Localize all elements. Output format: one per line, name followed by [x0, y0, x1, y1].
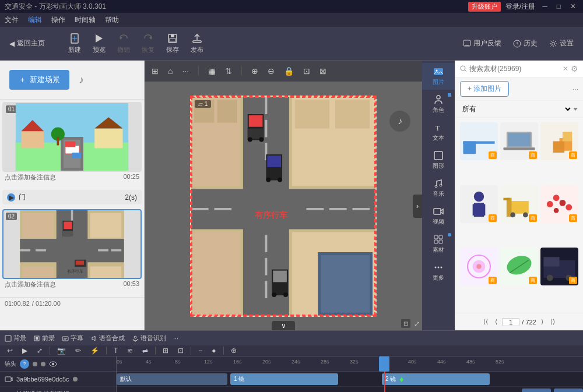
asset-item-8[interactable]: 商: [500, 248, 538, 285]
svg-rect-91: [434, 209, 441, 214]
page-first-button[interactable]: ⟨⟨: [481, 317, 490, 327]
settings-button[interactable]: 设置: [549, 38, 574, 48]
new-button[interactable]: 新建: [68, 33, 81, 54]
bt-more[interactable]: ···: [173, 335, 178, 342]
asset-item-9[interactable]: 商: [540, 248, 578, 285]
canvas-zoom-in-icon[interactable]: ⊕: [249, 65, 261, 77]
canvas-paste-icon[interactable]: ⊠: [317, 65, 329, 77]
back-label: 返回主页: [17, 38, 45, 48]
page-last-button[interactable]: ⟩⟩: [548, 317, 557, 327]
sidebar-item-text[interactable]: T 文本: [422, 119, 455, 146]
clip-default[interactable]: 默认: [117, 373, 227, 385]
bt-tts[interactable]: 语音合成: [90, 334, 125, 342]
asset-item-5[interactable]: 商: [500, 185, 538, 223]
minimize-button[interactable]: ─: [540, 2, 550, 10]
canvas-home-icon[interactable]: ⌂: [166, 65, 175, 77]
page-number-input[interactable]: [502, 318, 519, 326]
back-home-button[interactable]: ◀ 返回主页: [9, 38, 45, 48]
sidebar-item-character[interactable]: 角色: [422, 91, 455, 118]
maximize-button[interactable]: □: [554, 2, 563, 10]
asset-item-3[interactable]: 商: [540, 122, 578, 160]
asset-item-7[interactable]: 商: [460, 248, 498, 285]
canvas-fit-button[interactable]: ⊡: [401, 319, 410, 328]
clip-small-2[interactable]: [522, 389, 551, 392]
redo-button[interactable]: 恢复: [142, 33, 154, 54]
playhead-marker[interactable]: [379, 356, 389, 372]
clip-mirror1[interactable]: 1 镜: [230, 373, 338, 385]
menu-timeline[interactable]: 时间轴: [75, 15, 96, 25]
sidebar-item-shape[interactable]: 图形: [422, 147, 455, 174]
upgrade-button[interactable]: 升级账户: [468, 2, 501, 12]
save-button[interactable]: 保存: [166, 33, 179, 54]
search-filter-icon[interactable]: ⚙: [571, 64, 578, 73]
tl-box-btn[interactable]: ⊡: [175, 345, 186, 356]
canvas-more-icon[interactable]: ···: [180, 65, 191, 77]
canvas-resize-icon[interactable]: ⇅: [223, 65, 234, 77]
asset-item-6[interactable]: 商: [540, 185, 578, 223]
bt-subtitle[interactable]: 字幕: [62, 334, 83, 342]
undo-button[interactable]: 撤销: [117, 33, 130, 54]
tl-play-btn[interactable]: ▶: [20, 345, 30, 356]
tl-camera-btn[interactable]: 📷: [55, 345, 68, 356]
publish-button[interactable]: 发布: [191, 33, 203, 54]
add-image-button[interactable]: + 添加图片: [460, 81, 509, 97]
sidebar-item-material[interactable]: 素材: [422, 231, 455, 257]
tl-undo-btn[interactable]: ↩: [5, 345, 15, 356]
asset-more-icon[interactable]: ···: [573, 85, 578, 93]
canvas-copy-icon[interactable]: ⊡: [301, 65, 312, 77]
bt-background[interactable]: 背景: [5, 334, 26, 342]
svg-rect-113: [480, 204, 486, 216]
tl-plus-btn[interactable]: ⊕: [229, 345, 239, 356]
search-clear-icon[interactable]: ✕: [563, 65, 568, 73]
tl-edit-btn[interactable]: ✏: [73, 345, 83, 356]
menu-help[interactable]: 帮助: [105, 15, 119, 25]
tl-swap-btn[interactable]: ⇌: [140, 345, 150, 356]
feedback-button[interactable]: 用户反馈: [463, 38, 501, 48]
tl-grid-btn[interactable]: ⊞: [160, 345, 171, 356]
search-input[interactable]: [469, 65, 560, 73]
playhead[interactable]: [384, 372, 385, 392]
scene-item-2[interactable]: 02: [0, 207, 144, 292]
clip-small-1[interactable]: [554, 389, 583, 392]
page-prev-button[interactable]: ⟨: [493, 317, 500, 327]
login-button[interactable]: 登录/注册: [505, 2, 535, 12]
tl-minus-btn[interactable]: −: [196, 345, 205, 356]
music-icon[interactable]: ♪: [79, 74, 84, 86]
asset-item-2[interactable]: 商: [500, 122, 538, 160]
menu-edit[interactable]: 编辑: [28, 15, 42, 25]
side-collapse-button[interactable]: ›: [413, 195, 422, 218]
asset-item-1[interactable]: 商: [460, 122, 498, 160]
canvas-bar-icon[interactable]: ▦: [206, 65, 218, 77]
new-scene-button[interactable]: ＋ 新建场景: [9, 70, 69, 90]
bt-foreground[interactable]: 前景: [33, 334, 55, 342]
history-button[interactable]: 历史: [513, 38, 538, 48]
preview-button[interactable]: 预览: [93, 33, 106, 54]
menu-operate[interactable]: 操作: [51, 15, 65, 25]
menu-file[interactable]: 文件: [5, 15, 19, 25]
tl-eye-icon[interactable]: [49, 360, 57, 368]
sidebar-item-video[interactable]: 视频: [422, 203, 455, 229]
close-button[interactable]: ✕: [568, 2, 578, 10]
canvas-expand-icon[interactable]: ⤢: [414, 320, 420, 328]
canvas-lock-icon[interactable]: 🔒: [282, 65, 296, 77]
bottom-collapse-button[interactable]: ∨: [272, 321, 295, 330]
music-button[interactable]: ♪: [389, 111, 410, 132]
asset-item-4[interactable]: 商: [460, 185, 498, 223]
tl-record-btn[interactable]: ●: [209, 345, 218, 356]
scene-item-1[interactable]: 01: [0, 100, 144, 185]
tl-help-icon[interactable]: ?: [20, 359, 29, 369]
sidebar-item-more[interactable]: 更多: [422, 259, 455, 285]
canvas-zoom-out-icon[interactable]: ⊖: [265, 65, 277, 77]
bt-stt[interactable]: 语音识别: [132, 334, 166, 342]
asset-filter-select[interactable]: 所有 商业 免费: [460, 104, 573, 114]
scene-door[interactable]: ▶ 门 2(s): [2, 190, 142, 204]
page-next-button[interactable]: ⟩: [539, 317, 546, 327]
clip-mirror2[interactable]: 2 镜 ♦: [382, 373, 490, 385]
sidebar-item-music[interactable]: 音乐: [422, 175, 455, 202]
tl-text-btn[interactable]: T: [111, 345, 120, 356]
tl-split-btn[interactable]: ⚡: [88, 345, 101, 356]
sidebar-item-image[interactable]: 图片: [422, 63, 455, 90]
canvas-grid-icon[interactable]: ⊞: [149, 65, 161, 77]
tl-lines-btn[interactable]: ≋: [125, 345, 135, 356]
tl-fullscreen-btn[interactable]: ⤢: [34, 345, 45, 356]
